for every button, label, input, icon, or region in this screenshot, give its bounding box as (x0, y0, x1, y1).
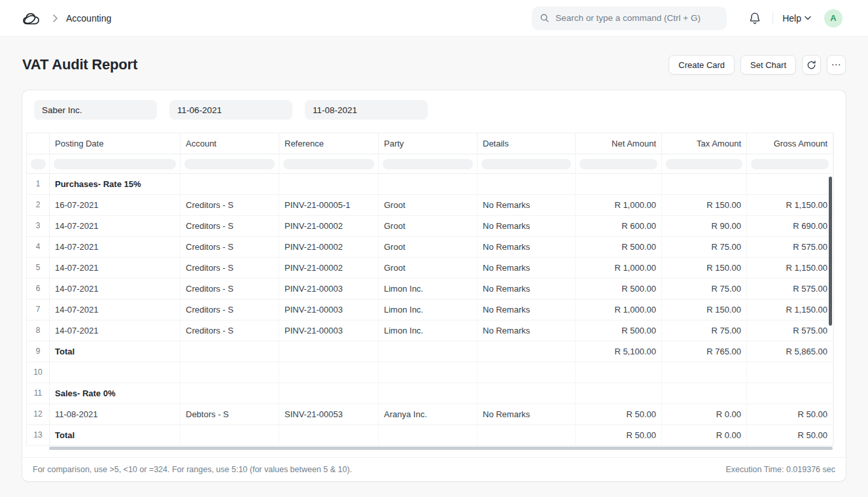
table-row[interactable]: 11Sales- Rate 0% (27, 383, 833, 404)
from-date-filter[interactable] (169, 100, 292, 120)
help-label: Help (782, 13, 801, 24)
table-cell: Limon Inc. (379, 279, 477, 299)
table-row[interactable]: 13TotalR 50.00R 0.00R 50.00 (27, 425, 833, 446)
avatar[interactable]: A (824, 9, 842, 27)
table-cell: R 500.00 (576, 237, 662, 257)
table-row[interactable]: 10 (27, 362, 833, 383)
table-cell: R 1,150.00 (747, 195, 833, 215)
table-row[interactable]: 614-07-2021Creditors - SPINV-21-00003Lim… (27, 279, 833, 300)
table-cell (279, 174, 379, 194)
filter-hint-text: For comparison, use >5, <10 or =324. For… (33, 465, 352, 474)
table-cell: No Remarks (477, 279, 576, 299)
table-row[interactable]: 314-07-2021Creditors - SPINV-21-00002Gro… (27, 216, 833, 237)
column-header[interactable]: Party (379, 133, 477, 154)
horizontal-scrollbar[interactable] (49, 447, 833, 450)
column-header[interactable]: Gross Amount (747, 133, 833, 154)
column-filter-input[interactable] (54, 159, 176, 169)
table-cell (576, 174, 662, 194)
column-filter-input[interactable] (751, 159, 829, 169)
table-cell: Creditors - S (181, 237, 279, 257)
refresh-button[interactable] (802, 55, 821, 75)
filter-bar (22, 90, 846, 133)
table-cell (662, 383, 747, 403)
table-cell: Sales- Rate 0% (50, 383, 181, 403)
table-cell: Groot (379, 258, 477, 278)
filter-cell (181, 154, 279, 173)
create-card-button[interactable]: Create Card (668, 55, 735, 75)
column-filter-input[interactable] (383, 159, 473, 169)
chevron-down-icon (805, 16, 811, 20)
card-footer: For comparison, use >5, <10 or =324. For… (22, 457, 846, 481)
table-cell: 14-07-2021 (50, 237, 181, 257)
table-cell: R 50.00 (747, 425, 833, 445)
table-row[interactable]: 1211-08-2021Debtors - SSINV-21-00053Aran… (27, 404, 833, 425)
column-filter-input[interactable] (481, 159, 571, 169)
global-search[interactable] (532, 7, 727, 30)
table-cell: Creditors - S (181, 300, 279, 320)
table-cell (747, 383, 833, 403)
vertical-scrollbar[interactable] (829, 177, 832, 326)
column-filter-input[interactable] (283, 159, 374, 169)
table-cell: Limon Inc. (379, 320, 477, 341)
table-cell: 14-07-2021 (50, 258, 181, 278)
table-cell: R 5,100.00 (576, 341, 662, 362)
row-number: 9 (27, 341, 50, 362)
table-cell (181, 425, 279, 445)
filter-cell (747, 154, 833, 173)
table-cell: Creditors - S (181, 195, 279, 215)
table-row[interactable]: 1Purchases- Rate 15% (27, 174, 833, 195)
column-header[interactable]: Posting Date (50, 133, 181, 154)
table-cell: SINV-21-00053 (279, 404, 379, 424)
row-number: 4 (27, 237, 50, 257)
table-cell (181, 383, 279, 403)
table-cell: PINV-21-00002 (279, 216, 379, 236)
column-header[interactable]: Details (477, 133, 576, 154)
table-row[interactable]: 514-07-2021Creditors - SPINV-21-00002Gro… (27, 258, 833, 279)
breadcrumb[interactable]: Accounting (66, 13, 111, 24)
table-cell (379, 174, 477, 194)
table-cell: No Remarks (477, 216, 576, 236)
table-cell (279, 341, 379, 362)
company-filter[interactable] (34, 100, 157, 120)
cloud-logo-icon (22, 10, 42, 26)
table-cell (279, 383, 379, 403)
table-row[interactable]: 216-07-2021Creditors - SPINV-21-00005-1G… (27, 195, 833, 216)
to-date-filter[interactable] (305, 100, 428, 120)
column-filter-input[interactable] (184, 159, 275, 169)
table-cell (279, 362, 379, 383)
column-header[interactable]: Account (181, 133, 279, 154)
column-header[interactable]: Net Amount (576, 133, 662, 154)
table-cell (181, 341, 279, 362)
column-filter-input[interactable] (580, 159, 657, 169)
table-cell (181, 362, 279, 383)
search-input[interactable] (555, 13, 719, 23)
table-cell: No Remarks (477, 195, 576, 215)
table-cell: R 1,000.00 (576, 258, 662, 278)
set-chart-button[interactable]: Set Chart (740, 55, 796, 75)
table-cell: 16-07-2021 (50, 195, 181, 215)
table-row[interactable]: 814-07-2021Creditors - SPINV-21-00003Lim… (27, 320, 833, 341)
table-cell: R 1,150.00 (747, 258, 833, 278)
help-menu[interactable]: Help (782, 13, 811, 24)
table-cell: Creditors - S (181, 279, 279, 299)
table-row[interactable]: 714-07-2021Creditors - SPINV-21-00003Lim… (27, 300, 833, 320)
table-cell: R 75.00 (662, 279, 747, 299)
row-number: 6 (27, 279, 50, 299)
table-row[interactable]: 9TotalR 5,100.00R 765.00R 5,865.00 (27, 341, 833, 362)
table-cell (747, 174, 833, 194)
app-logo[interactable] (22, 10, 42, 26)
notifications-bell-icon[interactable] (749, 12, 761, 24)
table-cell: R 75.00 (662, 237, 747, 257)
table-cell (477, 383, 576, 403)
more-menu-button[interactable]: ⋯ (827, 55, 846, 75)
column-header[interactable]: Reference (279, 133, 379, 154)
table-cell: No Remarks (477, 237, 576, 257)
column-filter-input[interactable] (31, 159, 46, 169)
column-filter-input[interactable] (666, 159, 742, 169)
table-cell: Creditors - S (181, 216, 279, 236)
table-cell: Limon Inc. (379, 300, 477, 320)
table-row[interactable]: 414-07-2021Creditors - SPINV-21-00002Gro… (27, 237, 833, 258)
table-cell: Creditors - S (181, 258, 279, 278)
column-header[interactable]: Tax Amount (662, 133, 747, 154)
row-number: 8 (27, 320, 50, 341)
